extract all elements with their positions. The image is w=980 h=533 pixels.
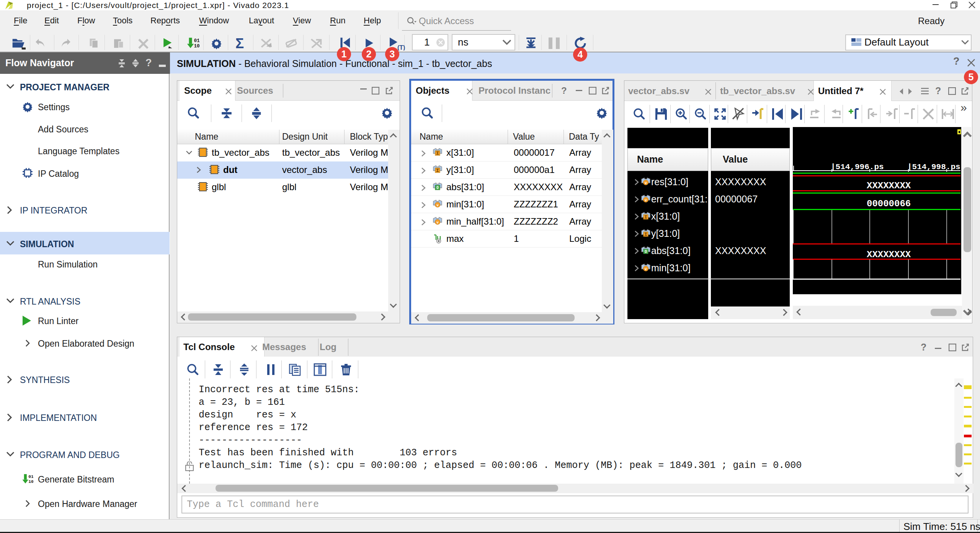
svg-text:10: 10 [194,43,199,49]
svg-text:v: v [645,267,647,271]
svg-text:0: 0 [645,249,647,254]
svg-text:01: 01 [194,38,200,44]
svg-text:v: v [645,198,647,202]
svg-text:(T): (T) [397,44,405,51]
svg-text:v: v [436,220,438,224]
svg-text:v: v [436,203,438,207]
svg-text:v: v [645,181,647,185]
svg-text:01: 01 [28,474,33,479]
svg-text:0: 0 [436,186,439,190]
svg-text:10: 10 [28,479,33,484]
